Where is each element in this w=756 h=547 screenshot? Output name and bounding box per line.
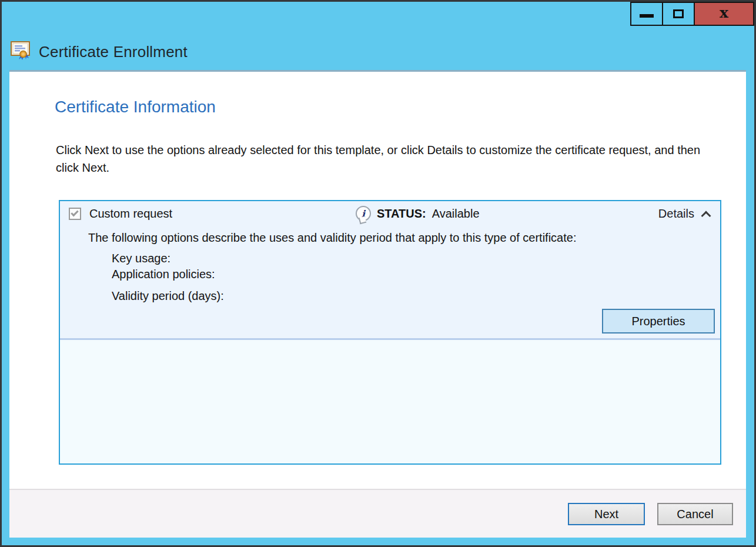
properties-button[interactable]: Properties: [602, 309, 715, 333]
page-title: Certificate Information: [55, 98, 216, 116]
close-button[interactable]: x: [694, 2, 754, 26]
minimize-button[interactable]: [630, 2, 663, 26]
certificate-icon: [11, 41, 31, 62]
app-header: Certificate Enrollment: [11, 41, 188, 62]
custom-request-label: Custom request: [89, 207, 172, 221]
field-key-usage: Key usage:: [112, 252, 170, 265]
page-intro-text: Click Next to use the options already se…: [56, 141, 715, 176]
custom-request-checkbox[interactable]: [69, 208, 81, 220]
maximize-icon: [673, 9, 684, 18]
card-details-section: Custom request i STATUS: Available Detai…: [60, 201, 720, 340]
status-value: Available: [432, 207, 480, 221]
cancel-button[interactable]: Cancel: [657, 503, 733, 525]
status-label: STATUS:: [377, 207, 426, 221]
options-description: The following options describe the uses …: [88, 231, 576, 245]
chevron-up-icon: [701, 211, 711, 221]
details-toggle[interactable]: Details: [658, 207, 710, 221]
info-icon: i: [356, 206, 371, 221]
minimize-icon: [640, 14, 654, 18]
close-icon: x: [720, 5, 728, 20]
details-toggle-label: Details: [658, 207, 694, 221]
maximize-button[interactable]: [662, 2, 695, 26]
window-title: Certificate Enrollment: [39, 43, 188, 61]
field-validity-period: Validity period (days):: [112, 289, 224, 303]
status-group: i STATUS: Available: [356, 206, 480, 221]
checkmark-icon: [71, 209, 78, 216]
wizard-page: Certificate Information Click Next to us…: [9, 70, 746, 538]
wizard-footer: Next Cancel: [9, 489, 746, 538]
certificate-enrollment-window: x Certificate Enrollment Certificate Inf…: [0, 0, 756, 547]
field-application-policies: Application policies:: [112, 268, 215, 281]
certificate-template-card: Custom request i STATUS: Available Detai…: [59, 200, 721, 465]
window-controls: x: [631, 2, 754, 26]
next-button[interactable]: Next: [568, 503, 645, 525]
